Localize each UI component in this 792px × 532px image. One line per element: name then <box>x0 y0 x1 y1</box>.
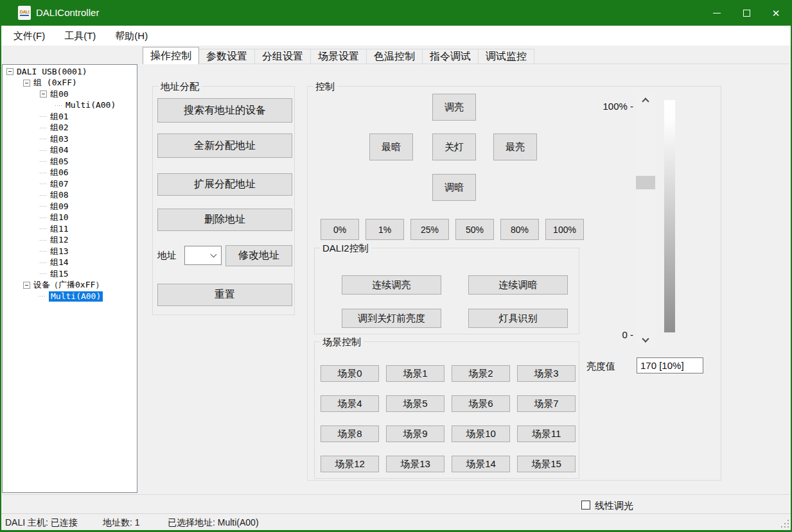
close-button[interactable]: ✕ <box>761 0 791 26</box>
tree-item-group04[interactable]: 组04 <box>3 145 137 157</box>
scene-4-button[interactable]: 场景4 <box>321 395 379 412</box>
tree-item-group00[interactable]: 组00 <box>3 89 137 100</box>
tree-item-multi-a00[interactable]: Multi(A00) <box>3 100 137 112</box>
slider-min-label: 0 - <box>552 329 633 341</box>
menu-tools[interactable]: 工具(T) <box>55 26 105 46</box>
percent-100-button[interactable]: 100% <box>545 219 584 240</box>
assign-extend-address-button[interactable]: 扩展分配地址 <box>157 173 292 196</box>
maximize-button[interactable] <box>732 0 761 26</box>
linear-dimming-checkbox[interactable] <box>581 501 590 510</box>
collapse-icon[interactable] <box>23 282 30 289</box>
collapse-icon[interactable] <box>40 90 47 98</box>
scene-9-button[interactable]: 场景9 <box>386 425 444 442</box>
tree-item-multi-a00-selected[interactable]: Multi(A00) <box>3 291 137 302</box>
control-group: 控制 调亮 最暗 关灯 最亮 调暗 0% 1% 25% 50% 80% 100%… <box>307 86 721 481</box>
lights-off-button[interactable]: 关灯 <box>432 133 476 160</box>
collapse-icon[interactable] <box>23 80 30 87</box>
percent-50-button[interactable]: 50% <box>455 219 494 240</box>
darkest-button[interactable]: 最暗 <box>369 133 413 160</box>
modify-address-button[interactable]: 修改地址 <box>225 245 292 266</box>
percent-1-button[interactable]: 1% <box>365 219 404 240</box>
menu-help[interactable]: 帮助(H) <box>105 26 157 46</box>
tree-connector <box>40 195 47 196</box>
tree-connector <box>40 273 47 274</box>
device-tree: DALI USB(0001) 组 (0xFF) 组00 Multi(A00) 组… <box>2 64 137 493</box>
tree-item-group08[interactable]: 组08 <box>3 190 137 202</box>
window-title: DALIController <box>36 0 99 26</box>
tab-command-debug[interactable]: 指令调试 <box>422 49 479 64</box>
tab-parameter-settings[interactable]: 参数设置 <box>198 49 255 64</box>
tree-connector <box>40 251 47 252</box>
reset-button[interactable]: 重置 <box>157 284 292 306</box>
menu-file[interactable]: 文件(F) <box>4 26 55 46</box>
percent-80-button[interactable]: 80% <box>500 219 539 240</box>
scene-7-button[interactable]: 场景7 <box>517 395 576 412</box>
minimize-button[interactable] <box>702 0 732 26</box>
tree-item-group06[interactable]: 组06 <box>3 167 137 179</box>
close-icon: ✕ <box>772 8 780 18</box>
restore-pre-off-level-button[interactable]: 调到关灯前亮度 <box>342 309 441 328</box>
tree-item-group02[interactable]: 组02 <box>3 123 137 134</box>
tree-item-group15[interactable]: 组15 <box>3 268 137 280</box>
linear-dimming-label: 线性调光 <box>595 500 633 512</box>
scene-6-button[interactable]: 场景6 <box>452 395 510 412</box>
scrollbar-thumb[interactable] <box>636 176 655 189</box>
status-address-count: 地址数: 1 <box>103 514 140 531</box>
tree-item-group03[interactable]: 组03 <box>3 133 137 145</box>
tree-item-dali-usb[interactable]: DALI USB(0001) <box>3 66 137 78</box>
tree-item-group05[interactable]: 组05 <box>3 156 137 167</box>
continuous-brighten-button[interactable]: 连续调亮 <box>342 275 441 295</box>
delete-address-button[interactable]: 删除地址 <box>157 209 292 231</box>
tab-scene-settings[interactable]: 场景设置 <box>310 49 367 64</box>
scene-15-button[interactable]: 场景15 <box>517 456 576 472</box>
percent-0-button[interactable]: 0% <box>321 219 359 240</box>
resize-grip-icon[interactable] <box>780 519 789 528</box>
app-icon-text: DALI <box>20 10 29 16</box>
brightness-scrollbar[interactable] <box>636 92 655 347</box>
tree-item-group10[interactable]: 组10 <box>3 212 137 224</box>
tab-operation-control[interactable]: 操作控制 <box>143 47 199 64</box>
scene-2-button[interactable]: 场景2 <box>452 365 510 382</box>
brighten-button[interactable]: 调亮 <box>432 94 476 121</box>
brightness-value-box[interactable]: 170 [10%] <box>637 357 703 373</box>
tree-item-group07[interactable]: 组07 <box>3 178 137 190</box>
scene-5-button[interactable]: 场景5 <box>386 395 444 412</box>
tree-item-group-ff[interactable]: 组 (0xFF) <box>3 78 137 89</box>
tree-item-group11[interactable]: 组11 <box>3 223 137 235</box>
tab-color-temp-control[interactable]: 色温控制 <box>366 49 423 64</box>
brightness-gradient-bar <box>664 100 675 332</box>
luminaire-identify-button[interactable]: 灯具识别 <box>468 309 568 328</box>
scroll-up-button[interactable] <box>636 94 655 106</box>
tree-connector <box>40 161 47 162</box>
scene-11-button[interactable]: 场景11 <box>517 425 576 442</box>
tab-group-settings[interactable]: 分组设置 <box>254 49 311 64</box>
tree-item-group01[interactable]: 组01 <box>3 111 137 123</box>
tree-item-device-broadcast[interactable]: 设备（广播0xFF） <box>3 280 137 291</box>
titlebar: DALI DALIController ✕ <box>0 0 792 26</box>
scene-13-button[interactable]: 场景13 <box>386 456 444 472</box>
scene-12-button[interactable]: 场景12 <box>321 456 379 472</box>
brightest-button[interactable]: 最亮 <box>493 133 537 160</box>
window-controls: ✕ <box>702 0 791 26</box>
address-combobox[interactable] <box>184 246 222 265</box>
tree-item-group13[interactable]: 组13 <box>3 246 137 257</box>
scene-10-button[interactable]: 场景10 <box>452 425 510 442</box>
continuous-darken-button[interactable]: 连续调暗 <box>468 275 568 295</box>
assign-new-address-button[interactable]: 全新分配地址 <box>157 133 292 158</box>
tree-item-group14[interactable]: 组14 <box>3 257 137 269</box>
status-connection: DALI 主机: 已连接 <box>5 514 78 531</box>
scene-8-button[interactable]: 场景8 <box>321 425 379 442</box>
collapse-icon[interactable] <box>6 68 13 75</box>
darken-button[interactable]: 调暗 <box>432 174 476 201</box>
tree-item-group09[interactable]: 组09 <box>3 201 137 212</box>
scene-3-button[interactable]: 场景3 <box>517 365 576 382</box>
scroll-down-button[interactable] <box>636 334 655 346</box>
search-addressed-devices-button[interactable]: 搜索有地址的设备 <box>157 98 292 123</box>
tree-item-group12[interactable]: 组12 <box>3 235 137 246</box>
tab-debug-monitor[interactable]: 调试监控 <box>478 49 534 64</box>
scene-0-button[interactable]: 场景0 <box>321 365 379 382</box>
scene-1-button[interactable]: 场景1 <box>386 365 444 382</box>
percent-25-button[interactable]: 25% <box>410 219 449 240</box>
scene-14-button[interactable]: 场景14 <box>452 456 510 472</box>
chevron-down-icon <box>642 335 649 342</box>
